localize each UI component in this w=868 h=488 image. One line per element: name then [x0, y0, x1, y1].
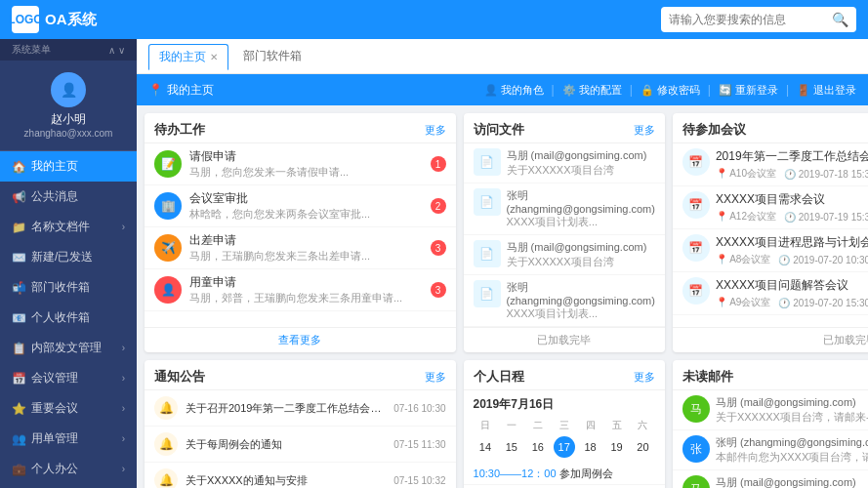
sidebar-item-home[interactable]: 🏠 我的主页 — [0, 151, 137, 182]
cal-day-20[interactable]: 20 — [632, 436, 653, 458]
work-item-desc: 马朋，王瑞鹏向您发来三条出差申请... — [189, 249, 431, 264]
calendar-card-more[interactable]: 更多 — [634, 370, 655, 385]
list-item: 📄 张明 (zhangming@gongsiming.com) XXXX项目计划… — [464, 275, 665, 327]
meeting-location: 📍 A8会议室 — [716, 253, 770, 266]
list-item: 📅 XXXXX项目需求会议 📍 A12会议室 🕐 2019-07-19 15:3… — [673, 186, 868, 229]
people-icon: 👥 — [12, 432, 25, 446]
cal-header-sun: 日 — [474, 417, 498, 434]
notif-card-more[interactable]: 更多 — [425, 370, 446, 385]
change-password-button[interactable]: 🔒 修改密码 — [641, 83, 700, 98]
list-item: 📝 请假申请 马朋，您向您发来一条请假申请... 1 — [145, 143, 456, 185]
list-item: 📅 XXXXX项目问题解答会议 📍 A9会议室 🕐 2019-07-20 15:… — [673, 272, 868, 315]
sidebar-label-docs: 名称文档件 — [31, 219, 116, 235]
work-card-body: 📝 请假申请 马朋，您向您发来一条请假申请... 1 🏢 会议室审批 林晗晗，您… — [145, 143, 456, 327]
sidebar-label-messages: 公共消息 — [31, 188, 125, 205]
meeting-location: 📍 A10会议室 — [716, 167, 776, 181]
work-view-more-link[interactable]: 查看更多 — [278, 334, 321, 346]
list-item: 🔔 关于召开2019年第一二季度工作总结会议的通知 07-16 10:30 — [145, 390, 456, 427]
chevron-right-icon4: › — [122, 433, 125, 444]
sidebar-item-internal[interactable]: 📋 内部发文管理 › — [0, 333, 137, 363]
work-item-icon-trip: ✈️ — [154, 234, 182, 262]
sidebar-item-inbox[interactable]: 📬 部门收件箱 — [0, 272, 137, 303]
meeting-icon: 📅 — [12, 372, 25, 386]
chevron-right-icon: › — [122, 343, 125, 353]
search-icon[interactable]: 🔍 — [832, 12, 848, 27]
notif-card: 通知公告 更多 🔔 关于召开2019年第一二季度工作总结会议的通知 07-16 … — [145, 360, 456, 488]
tabs-bar: 我的主页 ✕ 部门软件箱 — [137, 39, 868, 74]
app-title: OA系统 — [45, 11, 97, 29]
sidebar-item-people[interactable]: 👥 用单管理 › — [0, 424, 137, 454]
meeting-time: 🕐 2019-07-20 10:30 — [778, 255, 868, 265]
email-content: 马朋 (mail@gongsiming.com) 关于XXXXXX项目台湾，请邮… — [716, 395, 868, 425]
personal-inbox-icon: 📧 — [12, 311, 25, 325]
logout-icon: 🚪 — [797, 84, 810, 97]
main-layout: 系统菜单 ∧ ∨ 👤 赵小明 zhanghao@xxx.com 🏠 我的主页 📢… — [0, 39, 868, 488]
tab-home[interactable]: 我的主页 ✕ — [148, 44, 228, 70]
search-bar[interactable]: 🔍 — [661, 7, 856, 32]
personal2-icon: 💼 — [12, 463, 25, 476]
list-item: 📄 马朋 (mail@gongsiming.com) 关于XXXXXX项目台湾 — [464, 143, 665, 183]
meeting-item-title: 2019年第一二季度工作总结会议 — [716, 148, 868, 165]
my-config-button[interactable]: ⚙️ 我的配置 — [562, 83, 622, 98]
chevron-right-icon2: › — [122, 373, 125, 384]
tab-dept[interactable]: 部门软件箱 — [232, 43, 312, 69]
meeting-item-title: XXXXX项目进程思路与计划会议 — [716, 234, 868, 251]
sidebar-menu-label: 系统菜单 — [12, 43, 51, 57]
cal-day-19[interactable]: 19 — [606, 436, 628, 458]
file-card-more[interactable]: 更多 — [634, 123, 655, 138]
work-card-footer: 查看更多 — [145, 327, 456, 352]
badge-2: 2 — [431, 198, 446, 214]
work-card-title: 待办工作 — [154, 121, 205, 139]
list-item: 📅 XXXXX项目进程思路与计划会议 📍 A8会议室 🕐 2019-07-20 … — [673, 229, 868, 272]
meeting-item-title: XXXXX项目问题解答会议 — [716, 277, 868, 294]
list-item: ✈️ 出差申请 马朋，王瑞鹏向您发来三条出差申请... 3 — [145, 227, 456, 269]
cal-day-16[interactable]: 16 — [527, 436, 549, 458]
work-item-icon-meeting: 🏢 — [154, 192, 182, 220]
list-item: 📄 张明 (zhangming@gongsiming.com) XXXX项目计划… — [464, 183, 665, 235]
work-item-title: 出差申请 — [189, 232, 431, 249]
cal-day-17-today[interactable]: 17 — [554, 436, 575, 458]
cal-day-15[interactable]: 15 — [501, 436, 522, 458]
internal-icon: 📋 — [12, 342, 25, 355]
email-content: 马朋 (mail@gongsiming.com) 关于XXXXXX项目台湾，请邮… — [716, 475, 868, 488]
refresh-icon: 🔄 — [719, 84, 732, 97]
sidebar-item-admin[interactable]: 🔧 管查办公 › — [0, 484, 137, 488]
meeting-item-icon: 📅 — [682, 234, 710, 262]
config-label: 我的配置 — [579, 83, 622, 98]
sidebar-item-messages[interactable]: 📢 公共消息 — [0, 182, 137, 212]
password-icon: 🔒 — [641, 84, 654, 97]
event-time: 10:30——12：00 — [474, 468, 557, 479]
work-item-icon-leave: 📝 — [154, 150, 182, 178]
cal-day-14[interactable]: 14 — [475, 436, 496, 458]
meeting-location: 📍 A9会议室 — [716, 296, 770, 309]
sidebar-item-meeting[interactable]: 📅 会议管理 › — [0, 363, 137, 393]
sidebar-item-docs[interactable]: 📁 名称文档件 › — [0, 212, 137, 242]
file-load-more: 已加载完毕 — [464, 327, 665, 352]
meeting-item-icon: 📅 — [682, 148, 710, 176]
logout-button[interactable]: 🚪 退出登录 — [797, 83, 856, 98]
user-name: 赵小明 — [51, 111, 86, 128]
list-item: 👤 用童申请 马朋，郊普，王瑞鹏向您发来三条用童申请... 3 — [145, 269, 456, 311]
meeting-item-content: 2019年第一二季度工作总结会议 📍 A10会议室 🕐 2019-07-18 1… — [716, 148, 868, 181]
sidebar-item-important[interactable]: ⭐ 重要会议 › — [0, 393, 137, 424]
tab-close-icon[interactable]: ✕ — [210, 52, 218, 62]
meeting-item-icon: 📅 — [682, 191, 710, 219]
meeting-item-meta: 📍 A9会议室 🕐 2019-07-20 15:30 — [716, 296, 868, 309]
sidebar-label-people: 用单管理 — [31, 430, 116, 447]
relogin-button[interactable]: 🔄 重新登录 — [719, 83, 778, 98]
sidebar-item-personal[interactable]: 📧 个人收件箱 — [0, 303, 137, 333]
meeting-location: 📍 A12会议室 — [716, 210, 776, 224]
location-icon: 📍 — [148, 83, 163, 97]
sidebar-collapse-icons[interactable]: ∧ ∨ — [108, 45, 125, 56]
work-card-more[interactable]: 更多 — [425, 123, 446, 138]
cal-header-fri: 五 — [604, 417, 629, 434]
sidebar-item-send[interactable]: ✉️ 新建/已发送 — [0, 242, 137, 272]
file-icon: 📄 — [474, 280, 501, 307]
cal-day-18[interactable]: 18 — [580, 436, 601, 458]
work-card: 待办工作 更多 📝 请假申请 马朋，您向您发来一条请假申请... 1 🏢 — [145, 113, 456, 352]
file-desc: XXXX项目计划表... — [507, 306, 655, 321]
sidebar-item-personal2[interactable]: 💼 个人办公 › — [0, 454, 137, 484]
my-role-button[interactable]: 👤 我的角色 — [484, 83, 544, 98]
search-input[interactable] — [669, 13, 832, 26]
badge-4: 3 — [431, 282, 446, 298]
